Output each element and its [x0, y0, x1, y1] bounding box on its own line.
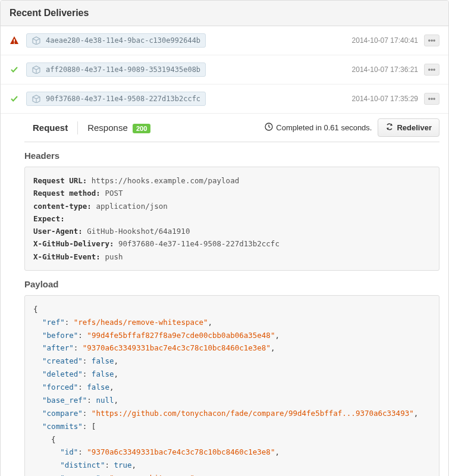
- delivery-detail: Request Response 200 Completed in 0.61 s…: [1, 114, 448, 476]
- delivery-uuid: aff20880-4e37-11e4-9089-35319435e08b: [46, 65, 200, 74]
- sync-icon: [385, 123, 394, 133]
- delivery-uuid: 90f37680-4e37-11e4-9508-227d13b2ccfc: [46, 95, 200, 103]
- package-icon: [32, 36, 41, 45]
- package-icon: [32, 95, 41, 103]
- completed-text: Completed in 0.61 seconds.: [265, 123, 372, 133]
- delivery-uuid: 4aeae280-4e38-11e4-9bac-c130e992644b: [46, 36, 200, 45]
- delivery-row: aff20880-4e37-11e4-9089-35319435e08b 201…: [1, 55, 448, 84]
- redeliver-button[interactable]: Redeliver: [378, 118, 439, 137]
- tabs-row: Request Response 200 Completed in 0.61 s…: [24, 114, 439, 142]
- payload-title: Payload: [24, 271, 439, 295]
- check-icon: [10, 94, 19, 104]
- headers-box: Request URL: https://hooks.example.com/p…: [24, 167, 439, 271]
- expand-button[interactable]: •••: [424, 35, 439, 46]
- expand-button[interactable]: •••: [424, 64, 439, 76]
- panel-title: Recent Deliveries: [1, 1, 448, 26]
- delivery-timestamp: 2014-10-07 17:35:29: [352, 95, 418, 103]
- delivery-timestamp: 2014-10-07 17:40:41: [352, 36, 418, 45]
- package-icon: [32, 65, 41, 74]
- clock-icon: [265, 123, 273, 133]
- tab-response-label: Response: [87, 123, 128, 133]
- status-badge: 200: [133, 124, 150, 133]
- expand-button[interactable]: •••: [424, 93, 439, 105]
- recent-deliveries-panel: Recent Deliveries 4aeae280-4e38-11e4-9ba…: [0, 0, 449, 476]
- delivery-uuid-pill[interactable]: aff20880-4e37-11e4-9089-35319435e08b: [26, 62, 206, 77]
- check-icon: [10, 65, 19, 74]
- delivery-uuid-pill[interactable]: 4aeae280-4e38-11e4-9bac-c130e992644b: [26, 33, 206, 48]
- tab-request[interactable]: Request: [24, 119, 76, 136]
- tab-divider: [77, 121, 78, 134]
- delivery-row: 90f37680-4e37-11e4-9508-227d13b2ccfc 201…: [1, 84, 448, 114]
- delivery-list: 4aeae280-4e38-11e4-9bac-c130e992644b 201…: [1, 26, 448, 476]
- delivery-row: 4aeae280-4e38-11e4-9bac-c130e992644b 201…: [1, 26, 448, 55]
- headers-title: Headers: [24, 142, 439, 167]
- tab-response[interactable]: Response 200: [79, 119, 159, 136]
- payload-box: { "ref": "refs/heads/remove-whitespace",…: [24, 295, 439, 476]
- delivery-uuid-pill[interactable]: 90f37680-4e37-11e4-9508-227d13b2ccfc: [26, 92, 206, 106]
- delivery-timestamp: 2014-10-07 17:36:21: [352, 65, 418, 74]
- alert-triangle-icon: [10, 36, 19, 45]
